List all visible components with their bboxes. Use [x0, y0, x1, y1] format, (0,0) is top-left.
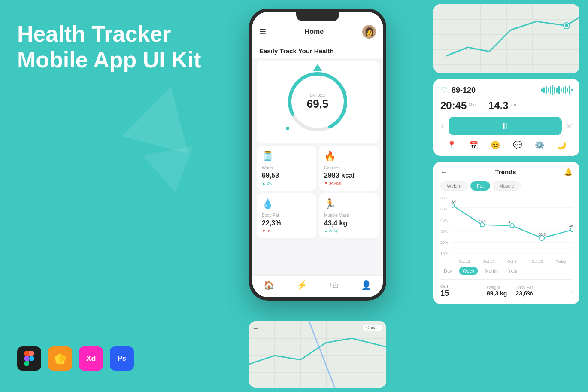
bmi-value: 69,5: [307, 97, 329, 110]
heart-rate-range: 89-120: [452, 86, 476, 95]
calendar-icon[interactable]: 📅: [469, 140, 478, 150]
trend-date-label: Oct 15: [440, 284, 449, 298]
workout-panel: ♡ 89-120 20: [433, 79, 579, 156]
bmi-center-text: BMI 32,2 69,5: [307, 93, 329, 111]
ps-logo: Ps: [110, 346, 134, 371]
period-tabs: Day Week Month Year: [440, 267, 573, 275]
map-label: Quik...: [363, 325, 382, 331]
chart-area: 60% 50% 40% 30% 20% 10%: [440, 196, 573, 256]
title-line1: Health Tracker: [17, 21, 201, 47]
svg-point-33: [510, 224, 514, 228]
calories-label: Calories: [324, 165, 373, 170]
main-title: Health Tracker Mobile App UI Kit: [17, 21, 201, 73]
tab-weight[interactable]: Weight: [440, 181, 468, 191]
phone-notch: [296, 12, 339, 21]
bmi-label: BMI 32,2: [307, 93, 329, 97]
phone-home-title: Home: [305, 28, 324, 36]
location-icon[interactable]: 📍: [447, 140, 456, 150]
workout-time: 20:45 Min: [440, 100, 476, 112]
deco-triangle-2: [142, 146, 201, 197]
hamburger-icon[interactable]: ☰: [259, 27, 266, 36]
phone-mockup: ☰ Home 👩 Easily Track Your Health: [249, 9, 386, 301]
bodyfat-change: ▼ 3%: [262, 229, 311, 233]
trends-header: ← Trends 🔔: [440, 168, 573, 176]
nav-shop-icon[interactable]: 🛍: [330, 280, 339, 290]
figma-logo: [17, 346, 41, 371]
bodyfat-value: 22,3%: [262, 219, 311, 227]
svg-point-24: [565, 24, 568, 27]
workout-header: ♡ 89-120: [440, 85, 573, 95]
phone-frame: ☰ Home 👩 Easily Track Your Health: [249, 9, 386, 301]
period-month[interactable]: Month: [481, 267, 501, 275]
sketch-logo: [48, 346, 72, 371]
water-value: 69,53: [262, 172, 311, 179]
emoji-icon[interactable]: 😊: [491, 140, 500, 150]
muscle-label: Muscle Mass: [324, 213, 373, 218]
muscle-value: 43,4 kg: [324, 219, 373, 227]
trend-weight: Weight 89,3 kg: [487, 285, 507, 297]
back-icon-bottom-map[interactable]: ←: [252, 325, 259, 332]
moon-icon[interactable]: 🌙: [557, 140, 566, 150]
stat-card-calories: 🔥 Calories 2983 kcal ▼ 34 kcal: [319, 146, 379, 191]
close-icon[interactable]: ✕: [566, 122, 573, 131]
tab-muscle[interactable]: Muscle: [493, 181, 521, 191]
settings-icon[interactable]: ⚙️: [535, 140, 544, 150]
map-panel-top: [433, 4, 579, 73]
workout-controls: ♪ ⏸ ✕: [440, 117, 573, 135]
tab-fat[interactable]: Fat: [470, 181, 490, 191]
phone-nav: 🏠 ⚡ 🛍 👤: [252, 275, 383, 297]
pulse-bars: [541, 85, 573, 95]
title-line2: Mobile App UI Kit: [17, 47, 201, 73]
workout-times: 20:45 Min 14.3 km: [440, 100, 573, 112]
trend-metrics: Weight 89,3 kg Body Fat 23,6%: [487, 285, 533, 297]
svg-text:38.8: 38.8: [569, 224, 573, 228]
music-icon[interactable]: ♪: [440, 122, 444, 131]
svg-text:40.5: 40.5: [479, 219, 486, 223]
bmi-circle: BMI 32,2 69,5: [283, 67, 352, 136]
chart-y-labels: 60% 50% 40% 30% 20% 10%: [440, 196, 448, 256]
phone-subtitle: Easily Track Your Health: [252, 43, 383, 58]
water-label: Water: [262, 165, 311, 170]
bodyfat-label: Body Fat: [262, 213, 311, 218]
stat-card-bodyfat: 💧 Body Fat 22,3% ▼ 3%: [257, 193, 316, 238]
stats-grid: 🫙 Water 69,53 ▲ 2% 🔥 Calories 2983 kcal …: [257, 146, 379, 238]
svg-point-32: [480, 223, 485, 227]
back-arrow-icon[interactable]: ←: [440, 168, 447, 176]
left-section: Health Tracker Mobile App UI Kit: [17, 21, 201, 82]
chart-x-labels: Oct 12 Oct 13 Oct 14 Oct 15 Today: [440, 259, 573, 264]
svg-point-35: [570, 228, 573, 232]
tool-logos: Xd Ps: [17, 346, 134, 371]
bottom-map-panel: ← Quik...: [249, 321, 386, 388]
period-day[interactable]: Day: [440, 267, 456, 275]
bmi-arrow: [313, 64, 322, 71]
water-change: ▲ 2%: [262, 181, 311, 185]
trends-title: Trends: [495, 168, 516, 176]
circle-dot: [285, 126, 290, 131]
muscle-icon: 🏃: [324, 198, 373, 210]
svg-text:50.4: 50.4: [452, 199, 456, 204]
chevron-right-icon[interactable]: ›: [570, 288, 573, 295]
svg-point-31: [452, 203, 455, 207]
avatar: 👩: [362, 25, 376, 39]
nav-profile-icon[interactable]: 👤: [361, 280, 372, 290]
calories-change: ▼ 34 kcal: [324, 181, 373, 185]
nav-home-icon[interactable]: 🏠: [264, 280, 274, 290]
period-week[interactable]: Week: [459, 267, 478, 275]
calories-value: 2983 kcal: [324, 172, 373, 179]
bell-icon[interactable]: 🔔: [564, 168, 573, 176]
calories-icon: 🔥: [324, 151, 373, 162]
right-panels: ♡ 89-120 20: [433, 4, 579, 304]
map-bg: [433, 4, 579, 73]
heart-rate-icon: ♡: [440, 85, 447, 95]
bodyfat-icon: 💧: [262, 198, 311, 210]
pause-button[interactable]: ⏸: [449, 117, 562, 135]
deco-triangle-1: [122, 78, 204, 154]
trend-summary: Oct 15 Weight 89,3 kg Body Fat 23,6% ›: [440, 279, 573, 298]
trends-panel: ← Trends 🔔 Weight Fat Muscle 60% 50% 40%…: [433, 162, 579, 304]
nav-activity-icon[interactable]: ⚡: [297, 280, 307, 290]
message-icon[interactable]: 💬: [513, 140, 522, 150]
period-year[interactable]: Year: [505, 267, 521, 275]
trends-tabs[interactable]: Weight Fat Muscle: [440, 181, 573, 191]
trends-chart-svg: 50.4 40.5 40.1 30.3 38.8: [452, 196, 573, 254]
water-icon: 🫙: [262, 151, 311, 162]
